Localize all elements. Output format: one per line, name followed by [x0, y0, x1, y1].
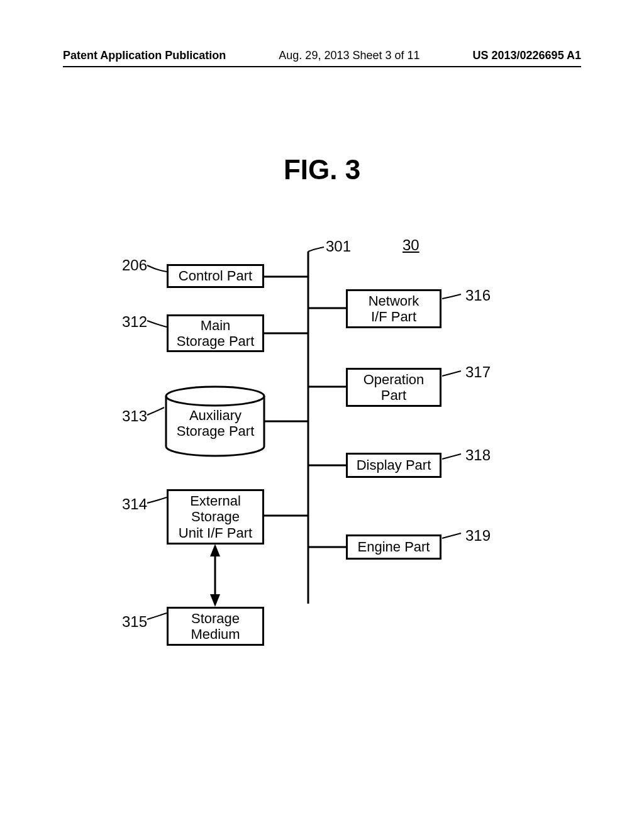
block-storage-medium-label: StorageMedium: [191, 611, 240, 643]
bus-ref: 301: [326, 238, 351, 255]
ref-engine: 319: [465, 527, 491, 545]
block-control-label: Control Part: [179, 268, 252, 284]
diagram-connectors: [0, 0, 644, 830]
svg-marker-14: [210, 594, 220, 607]
ref-main-storage: 312: [122, 313, 147, 331]
ref-control: 206: [122, 257, 147, 274]
block-storage-medium: StorageMedium: [167, 607, 264, 646]
svg-marker-13: [210, 544, 220, 556]
block-control: Control Part: [167, 264, 264, 288]
block-main-storage-label: MainStorage Part: [177, 318, 255, 350]
system-ref: 30: [402, 236, 419, 254]
block-operation: OperationPart: [346, 368, 441, 407]
block-ext-storage-if-label: ExternalStorageUnit I/F Part: [179, 493, 252, 541]
svg-point-9: [166, 387, 264, 406]
block-operation-label: OperationPart: [364, 372, 425, 404]
double-arrow: [210, 544, 220, 607]
block-aux-storage: AuxiliaryStorage Part: [167, 407, 264, 440]
patent-page: Patent Application Publication Aug. 29, …: [0, 0, 644, 830]
block-main-storage: MainStorage Part: [167, 314, 264, 352]
ref-aux-storage: 313: [122, 407, 147, 425]
block-engine: Engine Part: [346, 534, 441, 560]
ref-ext-storage-if: 314: [122, 495, 147, 513]
block-network-if: NetworkI/F Part: [346, 289, 441, 328]
ref-network-if: 316: [465, 287, 491, 304]
diagram: 30 301 Control Part 206 MainStorage Part…: [0, 0, 644, 830]
block-display-label: Display Part: [357, 457, 431, 473]
ref-storage-medium: 315: [122, 613, 147, 631]
block-ext-storage-if: ExternalStorageUnit I/F Part: [167, 489, 264, 545]
ref-display: 318: [465, 446, 491, 464]
block-aux-storage-label: AuxiliaryStorage Part: [177, 407, 255, 439]
block-display: Display Part: [346, 453, 441, 478]
block-network-if-label: NetworkI/F Part: [369, 293, 419, 325]
ref-operation: 317: [465, 363, 491, 381]
block-engine-label: Engine Part: [358, 539, 430, 555]
